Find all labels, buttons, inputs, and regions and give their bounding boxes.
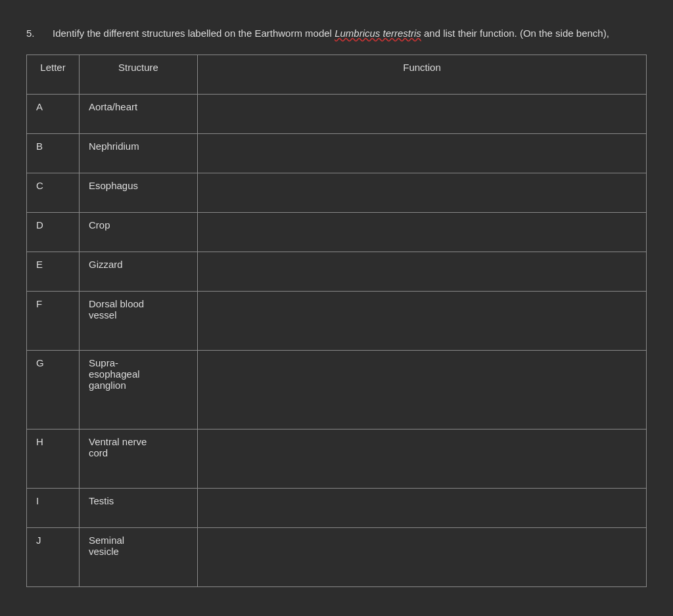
table-row: BNephridium <box>27 133 647 173</box>
question-container: 5. Identify the different structures lab… <box>26 20 647 600</box>
question-text-part1: Identify the different structures labell… <box>53 28 335 39</box>
cell-structure-e: Gizzard <box>80 252 198 291</box>
cell-letter-d: D <box>27 212 80 252</box>
cell-structure-h: Ventral nervecord <box>80 429 198 488</box>
cell-letter-f: F <box>27 291 80 350</box>
table-row: ITestis <box>27 488 647 527</box>
cell-letter-i: I <box>27 488 80 527</box>
question-number: 5. <box>26 26 53 41</box>
cell-letter-c: C <box>27 173 80 212</box>
header-structure: Structure <box>80 55 198 94</box>
question-text: 5. Identify the different structures lab… <box>26 26 647 41</box>
table-row: AAorta/heart <box>27 94 647 133</box>
question-body: Identify the different structures labell… <box>53 26 609 41</box>
cell-structure-c: Esophagus <box>80 173 198 212</box>
cell-function-f[interactable] <box>198 291 647 350</box>
table-row: CEsophagus <box>27 173 647 212</box>
cell-function-i[interactable] <box>198 488 647 527</box>
cell-structure-g: Supra-esophagealganglion <box>80 350 198 429</box>
cell-function-h[interactable] <box>198 429 647 488</box>
question-text-part2: and list their function. (On the side be… <box>421 28 609 39</box>
cell-function-d[interactable] <box>198 212 647 252</box>
cell-letter-g: G <box>27 350 80 429</box>
table-row: FDorsal bloodvessel <box>27 291 647 350</box>
table-row: EGizzard <box>27 252 647 291</box>
table-row: JSeminalvesicle <box>27 527 647 586</box>
structures-table: Letter Structure Function AAorta/heartBN… <box>26 55 647 587</box>
cell-structure-d: Crop <box>80 212 198 252</box>
cell-letter-j: J <box>27 527 80 586</box>
cell-structure-f: Dorsal bloodvessel <box>80 291 198 350</box>
cell-function-a[interactable] <box>198 94 647 133</box>
table-row: HVentral nervecord <box>27 429 647 488</box>
cell-structure-a: Aorta/heart <box>80 94 198 133</box>
cell-structure-j: Seminalvesicle <box>80 527 198 586</box>
cell-function-g[interactable] <box>198 350 647 429</box>
cell-function-e[interactable] <box>198 252 647 291</box>
cell-function-j[interactable] <box>198 527 647 586</box>
cell-function-c[interactable] <box>198 173 647 212</box>
table-header-row: Letter Structure Function <box>27 55 647 94</box>
cell-structure-b: Nephridium <box>80 133 198 173</box>
table-row: GSupra-esophagealganglion <box>27 350 647 429</box>
cell-function-b[interactable] <box>198 133 647 173</box>
cell-letter-a: A <box>27 94 80 133</box>
species-name: Lumbricus terrestris <box>335 28 421 39</box>
cell-letter-e: E <box>27 252 80 291</box>
header-function: Function <box>198 55 647 94</box>
header-letter: Letter <box>27 55 80 94</box>
cell-letter-h: H <box>27 429 80 488</box>
cell-structure-i: Testis <box>80 488 198 527</box>
table-row: DCrop <box>27 212 647 252</box>
cell-letter-b: B <box>27 133 80 173</box>
